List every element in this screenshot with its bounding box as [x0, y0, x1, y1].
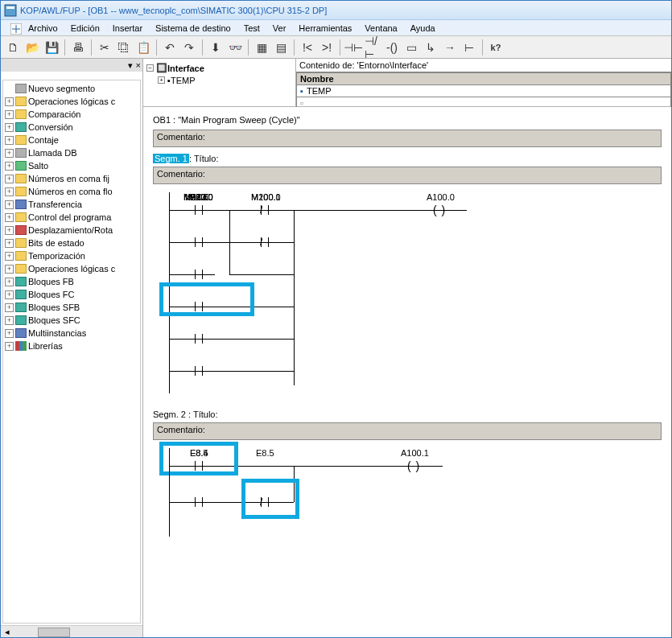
no-contact[interactable]	[192, 205, 206, 215]
tree-item[interactable]: +Llamada DB	[5, 146, 138, 159]
no-contact[interactable]	[192, 237, 206, 247]
toolbar: 🗋 📂 💾 🖶 ✂ ⿻ 📋 ↶ ↷ ⬇ 👓 ▦ ▤ !< >! ⊣⊢ ⊣/⊢ -…	[1, 36, 671, 59]
tree-item[interactable]: +Operaciones lógicas c	[5, 95, 138, 108]
tree-item[interactable]: Nuevo segmento	[5, 82, 138, 95]
menu-ver[interactable]: Ver	[266, 22, 293, 35]
block-comment[interactable]: Comentario:	[153, 130, 662, 147]
menu-ayuda[interactable]: Ayuda	[404, 22, 442, 35]
menu-test[interactable]: Test	[237, 22, 266, 35]
detail-button[interactable]: ▤	[272, 39, 290, 56]
coil-button[interactable]: -()	[383, 39, 401, 56]
no-contact[interactable]	[192, 334, 206, 344]
declaration-row: −🔲 Interface +▪ TEMP Contenido de: 'Ento…	[143, 59, 671, 107]
highlight-box	[159, 282, 254, 316]
tree-item[interactable]: +Comparación	[5, 108, 138, 121]
no-contact-button[interactable]: ⊣⊢	[344, 39, 362, 56]
menu-herramientas[interactable]: Herramientas	[292, 22, 358, 35]
ladder-editor[interactable]: OB1 : "Main Program Sweep (Cycle)" Comen…	[143, 107, 671, 638]
help-button[interactable]: k?	[487, 39, 505, 56]
app-icon	[4, 4, 17, 17]
sidebar: ▾ × Nuevo segmento+Operaciones lógicas c…	[1, 59, 143, 638]
copy-button[interactable]: ⿻	[115, 39, 133, 56]
nc-contact[interactable]: /	[258, 237, 272, 247]
network-1[interactable]: M10.0 M100.1 A100.0 / ( ) M5.0 M200.0 / …	[153, 192, 662, 393]
catalog-button[interactable]: ▦	[253, 39, 270, 56]
sidebar-close-icon[interactable]: ×	[136, 60, 141, 70]
svg-rect-1	[6, 6, 14, 9]
tree-item[interactable]: +Bloques SFC	[5, 314, 138, 327]
tree-item[interactable]: +Temporización	[5, 249, 138, 262]
undo-button[interactable]: ↶	[161, 39, 179, 56]
tree-item[interactable]: +Salto	[5, 159, 138, 172]
tree-item[interactable]: +Conversión	[5, 121, 138, 134]
tree-item[interactable]: +Transferencia	[5, 198, 138, 211]
tree-item[interactable]: +Desplazamiento/Rota	[5, 224, 138, 237]
window-title: KOP/AWL/FUP - [OB1 -- www_tecnoplc_com\S…	[20, 6, 327, 15]
branch-open-button[interactable]: ↳	[422, 39, 439, 56]
main-area: −🔲 Interface +▪ TEMP Contenido de: 'Ento…	[143, 59, 671, 638]
box-button[interactable]: ▭	[402, 39, 420, 56]
paste-button[interactable]: 📋	[134, 39, 152, 56]
segment-2-title[interactable]: Segm. 2 : Título:	[153, 410, 662, 419]
no-contact[interactable]	[192, 366, 206, 376]
coil[interactable]: ( )	[407, 459, 420, 472]
segment-1-title[interactable]: Segm. 1: Título:	[153, 154, 662, 163]
sidebar-scrollbar[interactable]: ◂	[1, 625, 142, 638]
tree-item[interactable]: +Control del programa	[5, 211, 138, 224]
no-contact[interactable]	[192, 461, 206, 471]
redo-button[interactable]: ↷	[180, 39, 198, 56]
download-button[interactable]: ⬇	[207, 39, 225, 56]
tree-item[interactable]: +Operaciones lógicas c	[5, 262, 138, 275]
mdi-icon	[4, 22, 17, 35]
menu-bar: Archivo Edición Insertar Sistema de dest…	[1, 20, 671, 36]
sidebar-header: ▾ ×	[1, 59, 142, 72]
nc-contact[interactable]: /	[258, 205, 272, 215]
coil[interactable]: ( )	[433, 204, 446, 216]
tree-item[interactable]: +Multiinstancias	[5, 327, 138, 340]
contents-pane: Contenido de: 'Entorno\Interface' Nombre…	[296, 59, 671, 106]
interface-tree[interactable]: −🔲 Interface +▪ TEMP	[143, 59, 296, 106]
network-2[interactable]: E8.5 A100.1 ( ) E8.4 E8.5 /	[153, 448, 662, 537]
no-contact[interactable]	[192, 497, 206, 507]
tree-item[interactable]: +Números en coma fij	[5, 172, 138, 185]
menu-ventana[interactable]: Ventana	[358, 22, 403, 35]
segment-1-comment[interactable]: Comentario:	[153, 167, 662, 184]
goto-button[interactable]: !<	[299, 39, 316, 56]
monitor-button[interactable]: 👓	[226, 39, 244, 56]
save-button[interactable]: 💾	[43, 39, 60, 56]
open-button[interactable]: 📂	[23, 39, 41, 56]
segment-2-comment[interactable]: Comentario:	[153, 422, 662, 440]
branch-close-button[interactable]: →	[441, 39, 459, 56]
tree-item[interactable]: +Bloques SFB	[5, 301, 138, 314]
sidebar-dropdown-icon[interactable]: ▾	[128, 60, 133, 71]
menu-insertar[interactable]: Insertar	[106, 22, 149, 35]
cut-button[interactable]: ✂	[96, 39, 113, 56]
no-contact[interactable]	[192, 302, 206, 311]
menu-edicion[interactable]: Edición	[64, 22, 106, 35]
goto2-button[interactable]: >!	[318, 39, 336, 56]
tree-item[interactable]: +Contaje	[5, 134, 138, 146]
nc-contact-button[interactable]: ⊣/⊢	[364, 39, 381, 56]
menu-sistema[interactable]: Sistema de destino	[149, 22, 237, 35]
workspace: ▾ × Nuevo segmento+Operaciones lógicas c…	[1, 59, 671, 638]
block-title: OB1 : "Main Program Sweep (Cycle)"	[153, 115, 662, 125]
tree-item[interactable]: +Bloques FB	[5, 275, 138, 288]
tree-item[interactable]: +Números en coma flo	[5, 185, 138, 198]
connector-button[interactable]: ⊢	[460, 39, 478, 56]
column-nombre[interactable]: Nombre	[296, 72, 671, 85]
title-bar: KOP/AWL/FUP - [OB1 -- www_tecnoplc_com\S…	[1, 1, 671, 20]
temp-row[interactable]: ▪TEMP	[296, 85, 671, 97]
new-button[interactable]: 🗋	[4, 39, 22, 56]
no-contact[interactable]	[192, 270, 206, 279]
menu-archivo[interactable]: Archivo	[22, 22, 64, 35]
nc-contact[interactable]: /	[258, 497, 272, 507]
print-button[interactable]: 🖶	[69, 39, 87, 56]
catalog-tree[interactable]: Nuevo segmento+Operaciones lógicas c+Com…	[2, 80, 141, 624]
contents-header: Contenido de: 'Entorno\Interface'	[296, 59, 671, 72]
tree-item[interactable]: +Bits de estado	[5, 237, 138, 249]
tree-item[interactable]: +Librerías	[5, 340, 138, 352]
tree-item[interactable]: +Bloques FC	[5, 288, 138, 301]
